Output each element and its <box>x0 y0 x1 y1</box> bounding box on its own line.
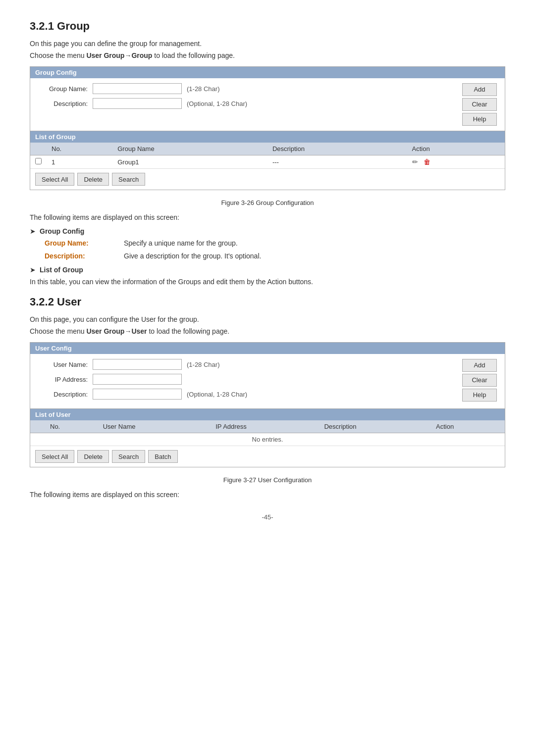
user-config-buttons: Add Clear Help <box>462 359 497 402</box>
list-of-group-section-title: List of Group <box>40 266 83 274</box>
group-config-box: Group Config Group Name: (1-28 Char) Des… <box>30 66 505 190</box>
user-ip-row: IP Address: <box>38 374 447 385</box>
user-col-no: No. <box>45 420 98 433</box>
group-name-row: Group Name: (1-28 Char) <box>38 83 447 94</box>
group-name-hint: (1-28 Char) <box>187 85 219 93</box>
arrow-icon-1: ➤ <box>30 227 36 235</box>
group-add-button[interactable]: Add <box>462 83 497 96</box>
group-search-button[interactable]: Search <box>112 173 145 186</box>
group-name-input[interactable] <box>93 83 182 94</box>
user-desc-row: Description: (Optional, 1-28 Char) <box>38 389 447 400</box>
user-help-button[interactable]: Help <box>462 389 497 402</box>
user-clear-button[interactable]: Clear <box>462 374 497 387</box>
user-col-username: User Name <box>98 420 211 433</box>
user-ip-input[interactable] <box>93 374 182 385</box>
user-name-label: User Name: <box>38 361 93 368</box>
user-delete-button[interactable]: Delete <box>77 450 109 463</box>
section1-intro: On this page you can define the group fo… <box>30 40 505 48</box>
user-config-box: User Config User Name: (1-28 Char) IP Ad… <box>30 342 505 467</box>
section1-title: 3.2.1 Group <box>30 20 505 33</box>
group-col-no: No. <box>47 143 112 155</box>
list-of-user-header: List of User <box>30 409 505 420</box>
group-desc-input[interactable] <box>93 98 182 109</box>
table-row: 1 Group1 --- ✏ 🗑 <box>30 155 505 169</box>
group-table: No. Group Name Description Action 1 Grou… <box>30 143 505 169</box>
user-name-row: User Name: (1-28 Char) <box>38 359 447 370</box>
group-desc-row: Description: (Optional, 1-28 Char) <box>38 98 447 109</box>
group-desc-field-name: Description: <box>45 252 124 260</box>
section1-menu-text: Choose the menu User Group→Group to load… <box>30 51 505 59</box>
user-col-checkbox <box>30 420 45 433</box>
list-of-user-section: List of User No. User Name IP Address De… <box>30 408 505 467</box>
user-batch-button[interactable]: Batch <box>148 450 177 463</box>
user-table: No. User Name IP Address Description Act… <box>30 420 505 446</box>
list-of-group-section-heading: ➤ List of Group <box>30 266 505 274</box>
group-config-body: Group Name: (1-28 Char) Description: (Op… <box>30 78 505 131</box>
group-desc-hint: (Optional, 1-28 Char) <box>187 100 247 107</box>
group-desc-field-row: Description: Give a description for the … <box>45 252 505 260</box>
user-ip-label: IP Address: <box>38 376 93 383</box>
user-col-ip: IP Address <box>211 420 319 433</box>
page-number: -45- <box>30 513 505 521</box>
group-select-all-button[interactable]: Select All <box>35 173 74 186</box>
list-of-group-header: List of Group <box>30 131 505 143</box>
group-config-section-heading: ➤ Group Config <box>30 227 505 235</box>
group-col-action: Action <box>407 143 505 155</box>
group-col-desc: Description <box>268 143 407 155</box>
table-row: No entries. <box>30 433 505 446</box>
group-row-no: 1 <box>47 155 112 169</box>
group-row-checkbox[interactable] <box>35 158 42 164</box>
user-config-header: User Config <box>30 343 505 354</box>
user-config-body: User Name: (1-28 Char) IP Address: Descr… <box>30 354 505 408</box>
figure1-caption: Figure 3-26 Group Configuration <box>30 199 505 206</box>
section2-menu-text: Choose the menu User Group→User to load … <box>30 327 505 335</box>
user-name-input[interactable] <box>93 359 182 370</box>
group-form-fields: Group Name: (1-28 Char) Description: (Op… <box>38 83 447 113</box>
user-name-hint: (1-28 Char) <box>187 361 219 368</box>
group-config-field-descs: Group Name: Specify a unique name for th… <box>45 239 505 260</box>
user-search-button[interactable]: Search <box>112 450 145 463</box>
section1-following-text: The following items are displayed on thi… <box>30 213 505 221</box>
user-col-action: Action <box>431 420 505 433</box>
group-name-field-row: Group Name: Specify a unique name for th… <box>45 239 505 247</box>
group-col-checkbox <box>30 143 47 155</box>
list-of-group-section: List of Group No. Group Name Description… <box>30 131 505 190</box>
group-row-desc: --- <box>268 155 407 169</box>
user-add-button[interactable]: Add <box>462 359 497 372</box>
user-no-entries: No entries. <box>30 433 505 446</box>
user-table-actions: Select All Delete Search Batch <box>30 446 505 467</box>
user-form-fields: User Name: (1-28 Char) IP Address: Descr… <box>38 359 447 403</box>
group-row-name: Group1 <box>112 155 268 169</box>
group-delete-button[interactable]: Delete <box>77 173 109 186</box>
delete-icon[interactable]: 🗑 <box>424 158 431 166</box>
group-name-field-desc: Specify a unique name for the group. <box>124 239 238 247</box>
section2-title: 3.2.2 User <box>30 296 505 308</box>
group-table-actions: Select All Delete Search <box>30 169 505 190</box>
group-row-checkbox-cell <box>30 155 47 169</box>
user-desc-label: Description: <box>38 391 93 398</box>
group-clear-button[interactable]: Clear <box>462 98 497 111</box>
group-col-name: Group Name <box>112 143 268 155</box>
edit-icon[interactable]: ✏ <box>412 158 420 166</box>
section2-following-text: The following items are displayed on thi… <box>30 491 505 499</box>
list-desc: In this table, you can view the informat… <box>30 278 505 286</box>
group-desc-label: Description: <box>38 100 93 107</box>
group-config-section-title: Group Config <box>40 227 84 235</box>
group-config-buttons: Add Clear Help <box>462 83 497 126</box>
section2-intro: On this page, you can configure the User… <box>30 315 505 323</box>
user-col-desc: Description <box>319 420 431 433</box>
figure2-caption: Figure 3-27 User Configuration <box>30 476 505 484</box>
group-desc-field-desc: Give a description for the group. It's o… <box>124 252 261 260</box>
group-config-header: Group Config <box>30 67 505 78</box>
group-name-label: Group Name: <box>38 85 93 93</box>
user-desc-input[interactable] <box>93 389 182 400</box>
group-name-field-name: Group Name: <box>45 239 124 247</box>
group-row-action: ✏ 🗑 <box>407 155 505 169</box>
group-help-button[interactable]: Help <box>462 113 497 126</box>
user-select-all-button[interactable]: Select All <box>35 450 74 463</box>
user-desc-hint: (Optional, 1-28 Char) <box>187 391 247 398</box>
arrow-icon-2: ➤ <box>30 266 36 274</box>
